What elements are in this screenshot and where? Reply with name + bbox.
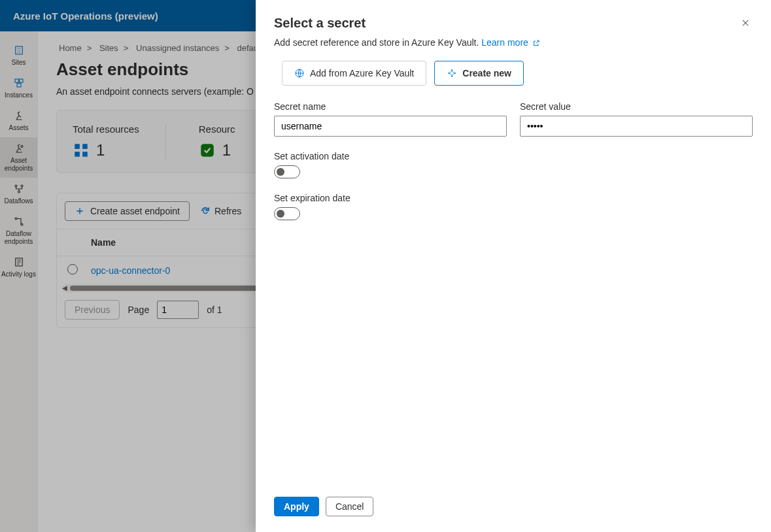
add-from-keyvault-tab[interactable]: Add from Azure Key Vault	[282, 61, 426, 86]
external-link-icon	[532, 39, 540, 47]
tab-group: Add from Azure Key Vault Create new	[282, 61, 753, 86]
panel-footer: Apply Cancel	[274, 486, 753, 516]
expiration-toggle-group: Set expiration date	[274, 193, 753, 220]
create-new-tab[interactable]: Create new	[434, 61, 524, 86]
globe-icon	[294, 68, 305, 78]
activation-toggle[interactable]	[274, 165, 300, 178]
toggle-label: Set expiration date	[274, 193, 753, 203]
toggle-knob	[277, 210, 284, 218]
secret-name-input[interactable]	[274, 116, 507, 137]
button-label: Cancel	[335, 501, 364, 512]
expiration-toggle[interactable]	[274, 207, 300, 220]
field-label: Secret value	[520, 101, 753, 112]
field-label: Secret name	[274, 101, 507, 112]
close-icon	[741, 18, 750, 27]
panel-subtitle: Add secret reference and store in Azure …	[274, 37, 540, 48]
learn-more-link[interactable]: Learn more	[481, 37, 540, 48]
secret-value-input[interactable]	[520, 116, 753, 137]
close-button[interactable]	[738, 16, 753, 33]
tab-label: Add from Azure Key Vault	[310, 68, 414, 78]
toggle-knob	[277, 168, 284, 176]
toggle-label: Set activation date	[274, 151, 753, 161]
tab-label: Create new	[462, 68, 511, 78]
apply-button[interactable]: Apply	[274, 497, 319, 516]
activation-toggle-group: Set activation date	[274, 151, 753, 178]
panel-title: Select a secret	[274, 16, 540, 31]
select-secret-panel: Select a secret Add secret reference and…	[256, 0, 771, 532]
sparkle-icon	[447, 68, 457, 78]
cancel-button[interactable]: Cancel	[326, 497, 374, 516]
button-label: Apply	[284, 501, 309, 512]
secret-value-field: Secret value	[520, 101, 753, 137]
secret-name-field: Secret name	[274, 101, 507, 137]
